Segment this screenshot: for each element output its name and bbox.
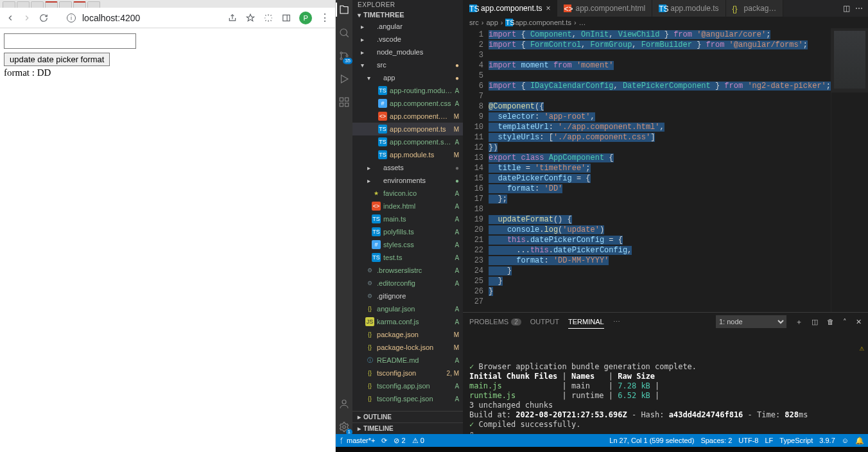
explorer-icon[interactable] xyxy=(337,3,351,17)
editor-tab-packag…[interactable]: {}packag… xyxy=(726,0,784,17)
cursor-position[interactable]: Ln 27, Col 1 (599 selected) xyxy=(609,437,694,444)
browser-tab[interactable] xyxy=(45,1,58,8)
site-info-icon[interactable]: i xyxy=(67,13,76,22)
file-package-lock.json[interactable]: {}package-lock.jsonM xyxy=(352,341,463,354)
editor-tab-app.component.ts[interactable]: TSapp.component.ts× xyxy=(463,0,557,17)
file-.gitignore[interactable]: ⚙.gitignore xyxy=(352,290,463,302)
extensions-icon[interactable] xyxy=(263,13,273,23)
browser-tab[interactable] xyxy=(17,1,30,8)
warnings-indicator[interactable]: ⚠ 0 xyxy=(412,437,424,445)
account-icon[interactable] xyxy=(337,397,351,411)
forward-icon[interactable] xyxy=(22,13,32,23)
code-editor[interactable]: 1234567891011121314151617181920212223242… xyxy=(463,28,868,312)
eol-indicator[interactable]: LF xyxy=(765,437,773,444)
folder-src[interactable]: ▾src● xyxy=(352,58,463,71)
browser-tab[interactable] xyxy=(31,1,44,8)
sync-indicator[interactable]: ⟳ xyxy=(381,437,387,445)
file-app.module.ts[interactable]: TSapp.module.tsM xyxy=(352,148,463,161)
minimap[interactable] xyxy=(831,28,868,312)
file-angular.json[interactable]: {}angular.jsonA xyxy=(352,302,463,315)
terminal-select[interactable]: 1: node xyxy=(716,315,786,328)
branch-indicator[interactable]: ᚶ master*+ xyxy=(340,437,375,444)
file-app-routing.module.ts[interactable]: TSapp-routing.module.tsA xyxy=(352,84,463,97)
file-test.ts[interactable]: TStest.tsA xyxy=(352,251,463,264)
url-text[interactable]: localhost:4200 xyxy=(82,13,221,23)
browser-tab[interactable] xyxy=(87,1,100,8)
back-icon[interactable] xyxy=(5,13,15,23)
extensions-icon[interactable] xyxy=(337,95,351,109)
project-root[interactable]: ▾TIMETHREE xyxy=(352,10,463,20)
outline-section[interactable]: ▸OUTLINE xyxy=(352,411,463,422)
split-terminal-icon[interactable]: ◫ xyxy=(812,318,818,326)
indent-indicator[interactable]: Spaces: 2 xyxy=(700,437,732,444)
file-.editorconfig[interactable]: ⚙.editorconfigA xyxy=(352,277,463,290)
terminal-output[interactable]: ⚠ ✓ Browser application bundle generatio… xyxy=(463,331,868,434)
more-actions-icon[interactable]: ⋯ xyxy=(855,4,863,13)
svg-rect-10 xyxy=(340,103,343,107)
bookmark-icon[interactable] xyxy=(245,13,256,23)
folder-.angular[interactable]: ▸.angular xyxy=(352,20,463,33)
file-package.json[interactable]: {}package.jsonM xyxy=(352,328,463,341)
problems-tab[interactable]: PROBLEMS2 xyxy=(469,315,521,328)
feedback-icon[interactable]: ☺ xyxy=(842,437,849,444)
status-bar: ᚶ master*+ ⟳ ⊘ 2 ⚠ 0 Ln 27, Col 1 (599 s… xyxy=(336,434,868,447)
panel-more[interactable]: ⋯ xyxy=(613,315,620,329)
close-tab-icon[interactable]: × xyxy=(546,4,550,13)
file-app.component.html[interactable]: <>app.component.htmlM xyxy=(352,110,463,123)
file-karma.conf.js[interactable]: JSkarma.conf.jsA xyxy=(352,315,463,328)
file-favicon.ico[interactable]: ★favicon.icoA xyxy=(352,187,463,200)
profile-avatar[interactable]: P xyxy=(299,12,312,24)
file-tsconfig.json[interactable]: {}tsconfig.json2, M xyxy=(352,367,463,379)
breadcrumbs[interactable]: src › app › TSapp.component.ts › … xyxy=(463,17,868,28)
new-terminal-icon[interactable]: ＋ xyxy=(795,317,803,327)
notifications-icon[interactable]: 🔔 xyxy=(855,437,864,445)
svg-point-6 xyxy=(346,55,348,57)
editor-tab-app.component.html[interactable]: <>app.component.html xyxy=(557,0,652,17)
browser-tab[interactable] xyxy=(59,1,72,8)
settings-badge: 1 xyxy=(346,429,352,435)
svg-line-3 xyxy=(346,35,349,37)
file-.browserslistrc[interactable]: ⚙.browserslistrcA xyxy=(352,264,463,277)
editor-tab-app.module.ts[interactable]: TSapp.module.ts xyxy=(652,0,725,17)
debug-icon[interactable] xyxy=(337,72,351,86)
file-tsconfig.app.json[interactable]: {}tsconfig.app.jsonA xyxy=(352,379,463,392)
date-picker-input[interactable] xyxy=(4,33,136,49)
kill-terminal-icon[interactable]: 🗑 xyxy=(827,318,834,326)
file-index.html[interactable]: <>index.htmlA xyxy=(352,200,463,213)
terminal-tab[interactable]: TERMINAL xyxy=(568,315,604,329)
file-app.component.ts[interactable]: TSapp.component.tsM xyxy=(352,123,463,135)
ts-version[interactable]: 3.9.7 xyxy=(819,437,835,444)
search-icon[interactable] xyxy=(337,26,351,40)
folder-app[interactable]: ▾app● xyxy=(352,71,463,84)
file-main.ts[interactable]: TSmain.tsA xyxy=(352,213,463,225)
timeline-section[interactable]: ▸TIMELINE xyxy=(352,422,463,434)
file-app.component.spec.ts[interactable]: TSapp.component.spec.tsA xyxy=(352,135,463,148)
folder-node_modules[interactable]: ▸node_modules xyxy=(352,46,463,58)
settings-icon[interactable]: 1 xyxy=(337,420,351,434)
file-styles.css[interactable]: #styles.cssA xyxy=(352,238,463,251)
browser-tab[interactable] xyxy=(3,1,15,8)
svg-point-13 xyxy=(343,426,346,429)
folder-assets[interactable]: ▸assets● xyxy=(352,161,463,174)
browser-tab[interactable] xyxy=(73,1,86,8)
split-editor-icon[interactable]: ◫ xyxy=(843,4,850,13)
maximize-panel-icon[interactable]: ˄ xyxy=(843,318,847,326)
errors-indicator[interactable]: ⊘ 2 xyxy=(394,437,405,445)
share-icon[interactable] xyxy=(227,13,238,23)
folder-environments[interactable]: ▸environments● xyxy=(352,174,463,187)
file-README.md[interactable]: ⓘREADME.mdA xyxy=(352,354,463,367)
folder-.vscode[interactable]: ▸.vscode xyxy=(352,33,463,46)
file-polyfills.ts[interactable]: TSpolyfills.tsA xyxy=(352,225,463,238)
sidepanel-icon[interactable] xyxy=(281,13,291,23)
scm-icon[interactable]: 35 xyxy=(337,49,351,63)
output-tab[interactable]: OUTPUT xyxy=(530,315,559,328)
encoding-indicator[interactable]: UTF-8 xyxy=(738,437,758,444)
close-panel-icon[interactable]: ✕ xyxy=(856,318,862,326)
update-format-button[interactable]: update date picker format xyxy=(4,53,110,66)
reload-icon[interactable] xyxy=(39,13,49,23)
file-app.component.css[interactable]: #app.component.cssA xyxy=(352,97,463,110)
menu-icon[interactable]: ⋮ xyxy=(320,13,330,23)
file-tsconfig.spec.json[interactable]: {}tsconfig.spec.jsonA xyxy=(352,392,463,405)
editor-area: TSapp.component.ts×<>app.component.htmlT… xyxy=(463,0,868,434)
language-indicator[interactable]: TypeScript xyxy=(779,437,813,444)
